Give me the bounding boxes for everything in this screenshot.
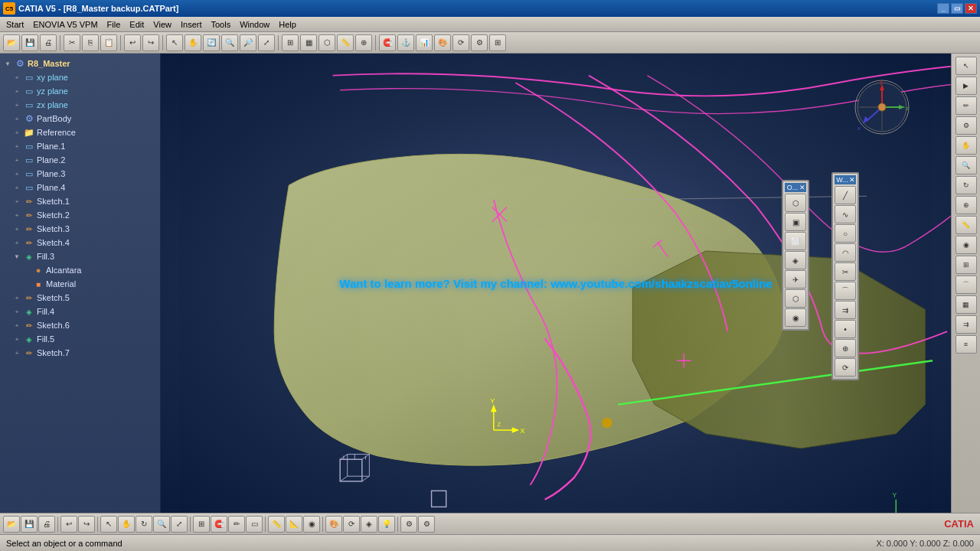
bt-measure1-btn[interactable]: 📏 bbox=[268, 516, 285, 533]
grid-button[interactable]: ⊞ bbox=[489, 34, 506, 51]
menu-insert[interactable]: Insert bbox=[176, 19, 207, 30]
menu-file[interactable]: File bbox=[103, 19, 126, 30]
tree-item-sketch3[interactable]: + ✏ Sketch.3 bbox=[0, 222, 160, 236]
panel1-close[interactable]: ✕ bbox=[799, 184, 805, 191]
bt-material-btn[interactable]: ◈ bbox=[361, 516, 377, 533]
bt-light-btn[interactable]: 💡 bbox=[378, 516, 395, 533]
sweep-tool-btn[interactable]: ⟳ bbox=[835, 358, 856, 377]
axis-tool-btn[interactable]: ⊕ bbox=[835, 339, 856, 357]
menu-help[interactable]: Help bbox=[274, 19, 301, 30]
bt-plane-btn[interactable]: ▭ bbox=[246, 516, 263, 533]
rotate-button[interactable]: 🔄 bbox=[203, 34, 220, 51]
tree-item-fill4[interactable]: + ◈ Fill.4 bbox=[0, 305, 160, 318]
bt-options-btn[interactable]: ⚙ bbox=[418, 516, 435, 533]
save-button[interactable]: 💾 bbox=[21, 34, 38, 51]
spline-tool-btn[interactable]: ∿ bbox=[835, 205, 856, 223]
zoom-out-button[interactable]: 🔎 bbox=[240, 34, 256, 51]
rt-select-btn[interactable]: ↖ bbox=[956, 57, 977, 75]
rt-pencil-btn[interactable]: ✏ bbox=[956, 96, 977, 115]
tree-item-sketch2[interactable]: + ✏ Sketch.2 bbox=[0, 208, 160, 222]
tree-item-material[interactable]: ■ Material bbox=[0, 277, 160, 291]
tree-item-plane1[interactable]: + ▭ Plane.1 bbox=[0, 139, 160, 153]
rt-tools2-btn[interactable]: ⚙ bbox=[956, 116, 977, 135]
point-tool-btn[interactable]: • bbox=[835, 320, 856, 338]
tree-item-sketch6[interactable]: + ✏ Sketch.6 bbox=[0, 318, 160, 332]
circle-tool-btn[interactable]: ○ bbox=[835, 224, 856, 243]
bt-render-btn[interactable]: 🎨 bbox=[325, 516, 342, 533]
close-button[interactable]: ✕ bbox=[965, 3, 977, 14]
bt-rotate-btn[interactable]: ↻ bbox=[136, 516, 152, 533]
bt-sketch-btn[interactable]: ✏ bbox=[228, 516, 245, 533]
print-button[interactable]: 🖨 bbox=[40, 34, 57, 51]
tree-root[interactable]: ▼ ⚙ R8_Master bbox=[0, 57, 160, 70]
tree-item-sketch4[interactable]: + ✏ Sketch.4 bbox=[0, 236, 160, 249]
rt-sweep-btn[interactable]: ⌒ bbox=[956, 276, 977, 294]
view-2d-button[interactable]: ▦ bbox=[300, 34, 317, 51]
bt-save-btn[interactable]: 💾 bbox=[21, 516, 38, 533]
menu-tools[interactable]: Tools bbox=[206, 19, 235, 30]
select-button[interactable]: ↖ bbox=[166, 34, 183, 51]
menu-enovia[interactable]: ENOVIA V5 VPM bbox=[28, 19, 102, 30]
tree-item-sketch7[interactable]: + ✏ Sketch.7 bbox=[0, 346, 160, 360]
tree-item-zx-plane[interactable]: + ▭ zx plane bbox=[0, 98, 160, 112]
zoom-in-button[interactable]: 🔍 bbox=[221, 34, 238, 51]
isometric-view-btn[interactable]: ⬡ bbox=[785, 194, 806, 212]
tree-item-sketch5[interactable]: + ✏ Sketch.5 bbox=[0, 291, 160, 305]
menu-edit[interactable]: Edit bbox=[125, 19, 149, 30]
tree-item-fill5[interactable]: + ◈ Fill.5 bbox=[0, 332, 160, 346]
tree-item-partbody[interactable]: + ⚙ PartBody bbox=[0, 112, 160, 126]
multiview-button[interactable]: ⊞ bbox=[282, 34, 299, 51]
minimize-button[interactable]: _ bbox=[937, 3, 949, 14]
trim-tool-btn[interactable]: ✂ bbox=[835, 262, 856, 281]
rt-fill-btn[interactable]: ▦ bbox=[956, 295, 977, 314]
menu-start[interactable]: Start bbox=[2, 19, 28, 30]
tree-item-fill3[interactable]: ▼ ◈ Fill.3 bbox=[0, 249, 160, 263]
rt-arrow-btn[interactable]: ▶ bbox=[956, 77, 977, 95]
fly-mode-btn[interactable]: ✈ bbox=[785, 270, 806, 289]
wireframe-btn[interactable]: ⬡ bbox=[785, 289, 806, 308]
rt-measure-btn[interactable]: 📏 bbox=[956, 216, 977, 234]
bt-grid-btn[interactable]: ⊞ bbox=[193, 516, 210, 533]
tree-item-yz-plane[interactable]: + ▭ yz plane bbox=[0, 84, 160, 98]
bt-snap-btn[interactable]: 🧲 bbox=[211, 516, 227, 533]
bt-print-btn[interactable]: 🖨 bbox=[38, 516, 55, 533]
copy-button[interactable]: ⎘ bbox=[82, 34, 99, 51]
rt-layer-btn[interactable]: ≡ bbox=[956, 335, 977, 354]
bt-undo-btn[interactable]: ↩ bbox=[60, 516, 77, 533]
open-button[interactable]: 📂 bbox=[3, 34, 20, 51]
expand-fill3[interactable]: ▼ bbox=[12, 252, 21, 261]
snap-button[interactable]: 🧲 bbox=[379, 34, 396, 51]
tree-item-xy-plane[interactable]: + ▭ xy plane bbox=[0, 70, 160, 84]
paste-button[interactable]: 📋 bbox=[100, 34, 117, 51]
constraint-button[interactable]: ⚓ bbox=[397, 34, 414, 51]
fit-all-button[interactable]: ⤢ bbox=[258, 34, 275, 51]
render-button[interactable]: 🎨 bbox=[434, 34, 451, 51]
shading-btn[interactable]: ◉ bbox=[785, 308, 806, 327]
top-view-btn[interactable]: ⬜ bbox=[785, 232, 806, 250]
cut-button[interactable]: ✂ bbox=[64, 34, 80, 51]
bt-tools-btn[interactable]: ⚙ bbox=[400, 516, 417, 533]
tree-item-alcantara[interactable]: ● Alcantara bbox=[0, 263, 160, 277]
view-3d-button[interactable]: ⬡ bbox=[318, 34, 335, 51]
bt-select-btn[interactable]: ↖ bbox=[100, 516, 117, 533]
expand-root[interactable]: ▼ bbox=[3, 59, 12, 68]
perspective-btn[interactable]: ◈ bbox=[785, 251, 806, 269]
tools-button[interactable]: ⚙ bbox=[471, 34, 488, 51]
offset-tool-btn[interactable]: ⇉ bbox=[835, 301, 856, 319]
rt-zoom-btn[interactable]: 🔍 bbox=[956, 156, 977, 174]
panel2-close[interactable]: ✕ bbox=[849, 176, 855, 184]
undo-button[interactable]: ↩ bbox=[124, 34, 141, 51]
bt-pan-btn[interactable]: ✋ bbox=[118, 516, 135, 533]
bt-fit-btn[interactable]: ⤢ bbox=[171, 516, 188, 533]
measure-button[interactable]: 📏 bbox=[337, 34, 354, 51]
menu-view[interactable]: View bbox=[149, 19, 176, 30]
rt-split-btn[interactable]: ⊞ bbox=[956, 256, 977, 274]
bt-zoom-btn[interactable]: 🔍 bbox=[153, 516, 170, 533]
tree-item-reference[interactable]: + 📁 Reference bbox=[0, 126, 160, 139]
3d-viewport[interactable]: Y X Z X bbox=[161, 54, 951, 513]
pan-button[interactable]: ✋ bbox=[185, 34, 201, 51]
rt-snap-btn[interactable]: ⊕ bbox=[956, 196, 977, 214]
analysis-button[interactable]: 📊 bbox=[416, 34, 433, 51]
tree-item-sketch1[interactable]: + ✏ Sketch.1 bbox=[0, 194, 160, 208]
tree-item-plane4[interactable]: + ▭ Plane.4 bbox=[0, 181, 160, 194]
